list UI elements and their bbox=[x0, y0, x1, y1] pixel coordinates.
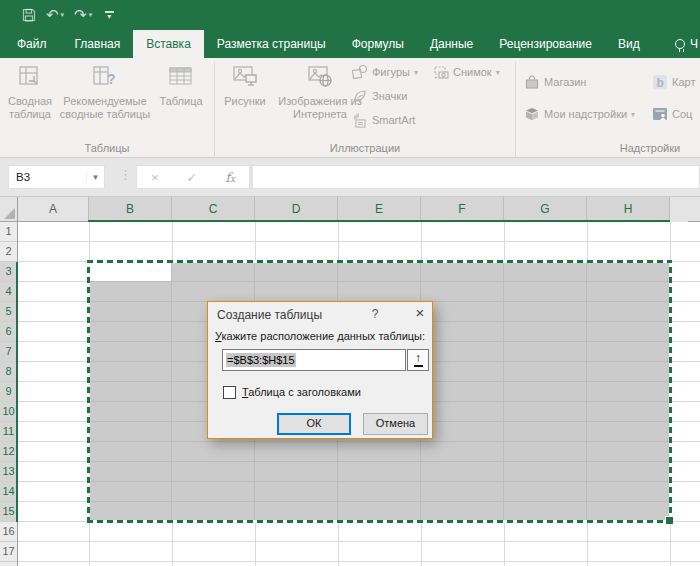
bing-maps-button[interactable]: b Карт bbox=[652, 74, 695, 90]
tab-review[interactable]: Рецензирование bbox=[486, 30, 605, 58]
title-bar: ↶▾ ↷▾ ▼ bbox=[0, 0, 700, 30]
column-headers: ABCDEFGH bbox=[18, 197, 700, 222]
tab-page-layout[interactable]: Разметка страницы bbox=[204, 30, 339, 58]
column-header-partial[interactable] bbox=[688, 197, 700, 222]
select-all-button[interactable] bbox=[0, 197, 18, 222]
pivot-table-button[interactable]: Сводная таблица bbox=[4, 62, 56, 121]
row-header[interactable]: 4 bbox=[0, 282, 17, 302]
icons-icon bbox=[352, 88, 368, 104]
people-graph-button[interactable]: Соц bbox=[652, 106, 692, 122]
marching-ants-left bbox=[87, 260, 90, 523]
pivot-table-icon bbox=[15, 62, 45, 92]
row-header[interactable]: 9 bbox=[0, 382, 17, 402]
create-table-dialog: Создание таблицы ? × Укажите расположени… bbox=[207, 301, 433, 439]
pictures-icon bbox=[230, 62, 260, 92]
gridlines-column-a bbox=[18, 222, 89, 566]
store-button[interactable]: Магазин bbox=[524, 74, 586, 90]
smartart-icon bbox=[352, 112, 368, 128]
formula-bar-resize-handle[interactable]: ⋮ bbox=[119, 167, 132, 182]
column-header[interactable]: B bbox=[89, 197, 172, 222]
undo-dropdown-icon[interactable]: ▾ bbox=[61, 5, 65, 25]
row-header[interactable]: 16 bbox=[0, 522, 17, 542]
column-header[interactable]: A bbox=[18, 197, 89, 222]
column-header[interactable]: C bbox=[172, 197, 255, 222]
tab-home[interactable]: Главная bbox=[62, 30, 134, 58]
row-header[interactable]: 8 bbox=[0, 362, 17, 382]
dialog-close-icon[interactable]: × bbox=[412, 305, 428, 321]
collapse-arrow-icon: ↑ bbox=[415, 353, 421, 364]
undo-button[interactable]: ↶▾ bbox=[46, 5, 64, 25]
row-header[interactable]: 6 bbox=[0, 322, 17, 342]
row-headers: 1234567891011121314151617 bbox=[0, 222, 18, 566]
column-header[interactable]: D bbox=[255, 197, 338, 222]
name-box[interactable]: B3 ▼ bbox=[8, 165, 105, 189]
tab-file[interactable]: Файл bbox=[2, 30, 62, 58]
table-button[interactable]: Таблица bbox=[152, 62, 210, 108]
marching-ants-bottom bbox=[87, 520, 672, 523]
select-all-triangle-icon bbox=[4, 208, 15, 219]
tab-view[interactable]: Вид bbox=[605, 30, 653, 58]
confirm-entry-icon[interactable]: ✓ bbox=[186, 170, 197, 185]
tab-data[interactable]: Данные bbox=[417, 30, 486, 58]
ok-button[interactable]: ОК bbox=[277, 413, 351, 435]
people-graph-icon bbox=[652, 106, 668, 122]
redo-dropdown-icon[interactable]: ▾ bbox=[89, 5, 93, 25]
my-addins-button[interactable]: Мои надстройки ▾ bbox=[524, 106, 635, 122]
dialog-help-button[interactable]: ? bbox=[368, 307, 382, 321]
column-header[interactable]: G bbox=[504, 197, 587, 222]
column-header[interactable]: F bbox=[421, 197, 504, 222]
active-cell-b3[interactable] bbox=[89, 262, 171, 281]
pictures-button[interactable]: Рисунки bbox=[219, 62, 271, 108]
tab-formulas[interactable]: Формулы bbox=[339, 30, 417, 58]
group-label-tables: Таблицы bbox=[0, 142, 214, 154]
formula-bar: B3 ▼ ⋮ × ✓ fx bbox=[0, 158, 700, 197]
name-box-dropdown-icon[interactable]: ▼ bbox=[86, 173, 104, 182]
svg-text:b: b bbox=[657, 76, 664, 90]
marching-ants-right bbox=[669, 260, 672, 523]
column-header[interactable]: H bbox=[587, 197, 670, 222]
shapes-button[interactable]: Фигуры ▾ bbox=[352, 64, 418, 80]
svg-text:+: + bbox=[434, 74, 438, 80]
row-header[interactable]: 2 bbox=[0, 242, 17, 262]
recommended-pivot-tables-button[interactable]: ? Рекомендуемые сводные таблицы bbox=[58, 62, 152, 121]
fill-handle[interactable] bbox=[665, 516, 673, 524]
row-header[interactable]: 12 bbox=[0, 442, 17, 462]
range-input[interactable]: =$B$3:$H$15 bbox=[222, 349, 406, 371]
redo-button[interactable]: ↷▾ bbox=[74, 5, 92, 25]
my-addins-icon bbox=[524, 106, 540, 122]
my-addins-dropdown-icon: ▾ bbox=[631, 110, 635, 119]
excel-window: ↶▾ ↷▾ ▼ Файл Главная Вставка Разметка ст… bbox=[0, 0, 700, 566]
headers-checkbox[interactable] bbox=[223, 386, 236, 399]
quick-access-toolbar: ↶▾ ↷▾ ▼ bbox=[22, 5, 116, 25]
row-header[interactable]: 5 bbox=[0, 302, 17, 322]
table-icon bbox=[166, 62, 196, 92]
row-header[interactable]: 1 bbox=[0, 222, 17, 242]
headers-checkbox-label: Таблица с заголовками bbox=[242, 386, 361, 398]
formula-buttons: × ✓ fx bbox=[136, 165, 250, 189]
dialog-title: Создание таблицы bbox=[217, 308, 322, 322]
collapse-dialog-button[interactable]: ↑ bbox=[407, 349, 429, 371]
tell-me-assist[interactable]: Ч bbox=[675, 30, 698, 58]
row-header[interactable]: 10 bbox=[0, 402, 17, 422]
cancel-entry-icon[interactable]: × bbox=[151, 170, 159, 185]
tab-insert[interactable]: Вставка bbox=[133, 30, 204, 58]
smartart-button[interactable]: SmartArt bbox=[352, 112, 415, 128]
insert-function-icon[interactable]: fx bbox=[225, 170, 235, 185]
row-header[interactable]: 3 bbox=[0, 262, 17, 282]
bing-maps-icon: b bbox=[652, 74, 668, 90]
row-header[interactable]: 7 bbox=[0, 342, 17, 362]
row-header[interactable]: 11 bbox=[0, 422, 17, 442]
column-header[interactable]: E bbox=[338, 197, 421, 222]
formula-input[interactable] bbox=[252, 165, 700, 189]
icons-button[interactable]: Значки bbox=[352, 88, 407, 104]
cancel-button[interactable]: Отмена bbox=[363, 413, 428, 435]
row-header[interactable]: 15 bbox=[0, 502, 17, 522]
customize-qat-icon[interactable]: ▼ bbox=[102, 11, 116, 19]
row-header[interactable]: 14 bbox=[0, 482, 17, 502]
screenshot-icon: + bbox=[433, 64, 449, 80]
row-header[interactable]: 13 bbox=[0, 462, 17, 482]
save-icon[interactable] bbox=[22, 8, 36, 22]
range-prompt-label: Укажите расположение данных таблицы: bbox=[215, 330, 425, 342]
screenshot-button[interactable]: + Снимок ▾ bbox=[433, 64, 500, 80]
row-header[interactable]: 17 bbox=[0, 542, 17, 562]
